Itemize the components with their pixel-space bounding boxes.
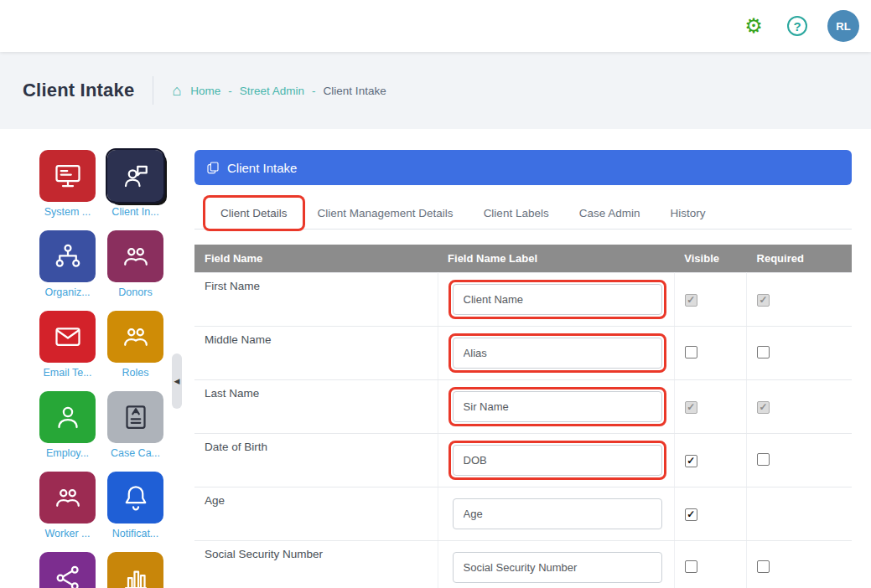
visible-cell: ✓	[674, 380, 746, 434]
field-label-cell	[438, 327, 674, 380]
sidebar-app-item[interactable]	[101, 552, 169, 588]
tab-history[interactable]: History	[655, 198, 720, 229]
bell-icon	[121, 482, 151, 513]
sidebar-app-email-te[interactable]: Email Te...	[34, 311, 101, 379]
breadcrumb-separator: -	[228, 85, 232, 97]
field-label-cell	[438, 541, 674, 588]
visible-checkbox[interactable]: ✓	[685, 455, 697, 467]
field-label-input[interactable]	[453, 552, 662, 583]
help-button[interactable]: ?	[784, 13, 811, 39]
person-icon	[53, 402, 83, 432]
visible-cell: ✓	[674, 434, 746, 487]
chevron-left-icon: ◀	[174, 377, 180, 385]
sidebar-app-system[interactable]: System ...	[34, 150, 101, 218]
content-area: System ... Client In... Organiz... Donor…	[0, 129, 871, 588]
app-label: Roles	[122, 367, 149, 379]
required-cell	[747, 327, 852, 380]
page-header: Client Intake ⌂ Home-Street Admin-Client…	[0, 52, 871, 129]
app-label: Case Ca...	[111, 447, 160, 459]
sidebar-app-organiz[interactable]: Organiz...	[34, 230, 101, 298]
app-label: Email Te...	[43, 367, 91, 379]
sidebar-app-case-ca[interactable]: Case Ca...	[101, 391, 169, 459]
avatar[interactable]: RL	[827, 10, 859, 42]
people-icon	[121, 322, 151, 352]
input-wrap	[448, 494, 666, 534]
required-checkbox[interactable]	[757, 346, 770, 358]
table-row-age: Age ✓	[194, 487, 852, 541]
panel-header: Client Intake	[194, 150, 852, 185]
required-cell: ✓	[747, 273, 852, 327]
required-checkbox[interactable]	[757, 560, 770, 573]
tab-client-labels[interactable]: Client Labels	[469, 198, 564, 229]
required-cell	[747, 487, 852, 541]
visible-checkbox: ✓	[685, 294, 697, 307]
sidebar-app-client-in[interactable]: Client In...	[101, 150, 169, 218]
table-row-date-of-birth: Date of Birth ✓	[194, 434, 852, 487]
field-label-cell	[438, 273, 674, 327]
tab-case-admin[interactable]: Case Admin	[564, 198, 656, 229]
org-chart-icon	[53, 241, 83, 271]
required-cell	[747, 434, 852, 487]
settings-button[interactable]: ⚙	[740, 13, 767, 39]
tab-client-management-details[interactable]: Client Management Details	[303, 198, 469, 229]
visible-checkbox[interactable]: ✓	[685, 508, 697, 521]
people-icon	[121, 241, 151, 271]
visible-cell	[674, 541, 746, 588]
field-label-input[interactable]	[453, 391, 662, 422]
column-header-required: Required	[747, 245, 852, 273]
home-icon: ⌂	[172, 83, 181, 98]
field-name-cell: Social Security Number	[194, 541, 438, 588]
app-label: Donors	[118, 286, 152, 298]
chart-icon	[121, 563, 151, 588]
visible-checkbox[interactable]	[685, 560, 697, 573]
page-title: Client Intake	[23, 80, 134, 101]
column-header-field-name: Field Name	[194, 245, 438, 273]
sidebar-app-notificat[interactable]: Notificat...	[101, 472, 169, 539]
sidebar-app-donors[interactable]: Donors	[101, 230, 169, 298]
field-label-input[interactable]	[453, 445, 662, 476]
table-row-first-name: First Name ✓ ✓	[194, 273, 852, 327]
sidebar-app-worker[interactable]: Worker ...	[34, 472, 101, 539]
pages-icon	[206, 161, 220, 174]
sidebar-app-roles[interactable]: Roles	[101, 311, 169, 379]
app-sidebar: System ... Client In... Organiz... Donor…	[34, 150, 176, 588]
panel-title: Client Intake	[227, 161, 297, 175]
app-label: Worker ...	[45, 528, 91, 539]
column-header-visible: Visible	[674, 245, 746, 273]
visible-checkbox: ✓	[685, 401, 697, 414]
visible-checkbox[interactable]	[685, 346, 697, 358]
column-header-field-name-label: Field Name Label	[438, 245, 674, 273]
help-icon: ?	[787, 16, 807, 36]
field-label-cell	[438, 434, 674, 487]
fields-table: Field NameField Name LabelVisibleRequire…	[194, 245, 852, 588]
field-name-cell: First Name	[194, 273, 438, 327]
field-name-cell: Age	[194, 487, 438, 541]
field-name-cell: Middle Name	[194, 327, 438, 380]
visible-cell: ✓	[674, 273, 746, 327]
breadcrumb-link-home[interactable]: Home	[190, 85, 220, 97]
app-label: Organiz...	[44, 286, 90, 298]
required-checkbox[interactable]	[757, 453, 770, 466]
sidebar-app-item[interactable]	[34, 552, 101, 588]
required-checkbox: ✓	[757, 401, 770, 414]
tab-bar: Client DetailsClient Management DetailsC…	[194, 198, 852, 230]
people-icon	[53, 482, 83, 513]
case-doc-icon	[121, 402, 151, 432]
sidebar-app-employ[interactable]: Employ...	[34, 391, 101, 459]
breadcrumb-link-client-intake: Client Intake	[324, 85, 386, 97]
field-label-input[interactable]	[453, 284, 662, 315]
tab-client-details[interactable]: Client Details	[205, 198, 303, 229]
field-label-input[interactable]	[453, 338, 662, 369]
monitor-icon	[53, 161, 83, 191]
breadcrumb-link-street-admin[interactable]: Street Admin	[240, 85, 304, 97]
field-label-cell	[438, 487, 674, 541]
table-row-last-name: Last Name ✓ ✓	[194, 380, 852, 434]
app-root: ⚙ ? RL Client Intake ⌂ Home-Street Admin…	[0, 0, 871, 588]
breadcrumb-separator: -	[312, 85, 316, 97]
envelope-icon	[53, 322, 83, 352]
input-wrap	[448, 548, 666, 587]
sidebar-collapse-handle[interactable]: ◀	[172, 353, 182, 409]
field-label-input[interactable]	[453, 498, 662, 529]
annotation-box	[448, 280, 666, 319]
client-intake-icon	[121, 161, 151, 191]
